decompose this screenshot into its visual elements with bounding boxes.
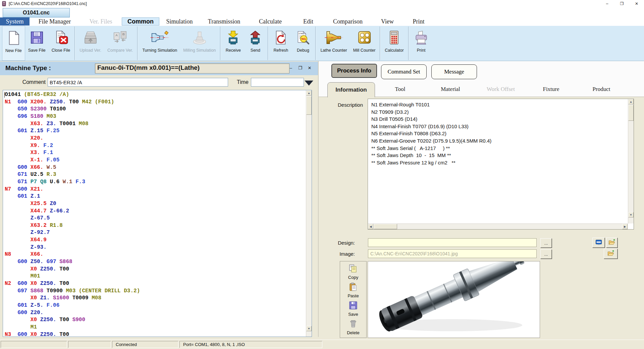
refresh-icon (273, 28, 289, 47)
tab-product[interactable]: Product (576, 82, 627, 97)
message-button[interactable]: Message (431, 64, 477, 79)
menu-item-comparison[interactable]: Comparison (324, 17, 371, 26)
code-line: O1041 (BT45-ER32 /A) (5, 91, 140, 99)
command-set-button[interactable]: Command Set (381, 64, 427, 79)
toolbar-button-label: New File (5, 48, 22, 53)
scrollbar-thumb[interactable] (306, 96, 312, 115)
toolbar-button-new-file[interactable]: New File (2, 26, 25, 61)
scroll-down-button[interactable]: ▼ (628, 212, 634, 217)
design-field[interactable] (368, 238, 537, 247)
calculator-icon (386, 28, 402, 47)
toolbar-separator (268, 27, 268, 60)
code-line: X0 Z250. T00 S900 (5, 316, 140, 324)
menu-item-print[interactable]: Print (404, 17, 434, 26)
panel-minimize-button[interactable]: – (286, 64, 295, 71)
scrollbar-thumb[interactable] (374, 224, 397, 229)
process-info-button[interactable]: Process Info (331, 64, 377, 78)
machine-type-value: Fanuc-0i-TD(mm x0.001)==(Lathe) (95, 63, 289, 73)
toolbar-button-lathe-counter[interactable]: Lathe Counter (317, 26, 350, 61)
scroll-down-button[interactable]: ▼ (306, 326, 312, 331)
save-button[interactable]: Save (348, 301, 358, 317)
tab-material[interactable]: Material (425, 82, 476, 97)
menu-item-common[interactable]: Common (122, 17, 159, 26)
toolbar-button-debug[interactable]: CNCNGDebug (292, 26, 314, 61)
save-file-icon (29, 28, 45, 47)
toolbar-button-label: Receive (226, 48, 241, 53)
design-view-button[interactable] (592, 238, 605, 248)
code-line: N7 G00 X21. (5, 186, 140, 193)
comment-label: Comment (17, 79, 46, 85)
toolbar-button-label: Mill Counter (353, 48, 376, 53)
toolbar-button-mill-counter[interactable]: Mill Counter (350, 26, 379, 61)
code-line: G00 Z20. (5, 309, 140, 317)
toolbar-button-save-file[interactable]: Save File (25, 26, 49, 61)
scroll-up-button[interactable]: ▲ (306, 90, 312, 96)
toolbar-button-turning-simulation[interactable]: Turning Simulation (139, 26, 180, 61)
gcode-lines: O1041 (BT45-ER32 /A)N1 G00 X200. Z250. T… (5, 91, 140, 337)
image-folder-button[interactable] (604, 249, 618, 259)
toolbar-button-milling-simulation: Milling Simulation (180, 26, 219, 61)
description-vscrollbar[interactable]: ▲ ▼ (628, 99, 634, 223)
toolbar-button-refresh[interactable]: Refresh (270, 26, 292, 61)
toolbar-button-send[interactable]: Send (244, 26, 266, 61)
comment-row: Comment Time (0, 75, 318, 90)
delete-button[interactable]: Delete (347, 319, 360, 335)
toolbar-button-print[interactable]: Print (410, 26, 432, 61)
comment-dropdown-arrow[interactable] (305, 81, 313, 86)
toolbar-button-calculator[interactable]: Calculator (382, 26, 407, 61)
scrollbar-thumb[interactable] (628, 105, 634, 121)
code-line: X0 Z250. T00 (5, 266, 140, 273)
minimize-button[interactable]: – (600, 0, 614, 7)
editor-scrollbar[interactable]: ▲ ▼ (306, 90, 312, 337)
code-line: G71 P7 Q8 U.6 W.1 F.3 (5, 179, 140, 186)
file-tab-o1041[interactable]: O1041.cnc (3, 8, 70, 17)
toolbar-button-close-file[interactable]: Close File (49, 26, 73, 61)
side-button-label: Copy (348, 275, 358, 280)
status-bar: Connected Port= COM1, 4800, 8, N, 1 ,ISO (0, 340, 644, 349)
restore-button[interactable]: ❐ (614, 0, 629, 7)
image-field[interactable] (368, 249, 537, 258)
menu-item-system[interactable]: System (0, 17, 30, 26)
description-line: N4 Internal-Finish T0707 (D16.9) (D10 L3… (371, 123, 491, 130)
gcode-editor[interactable]: O1041 (BT45-ER32 /A)N1 G00 X200. Z250. T… (3, 90, 312, 337)
tab-tool[interactable]: Tool (375, 82, 425, 97)
code-line: G00 X66. W.5 (5, 164, 140, 171)
menu-item-file-manager[interactable]: File Manager (30, 17, 80, 26)
menu-item-view[interactable]: View (371, 17, 404, 26)
time-input[interactable] (251, 78, 304, 87)
toolbar-button-label: Save File (28, 48, 46, 53)
design-browse-button[interactable]: ... (540, 238, 552, 248)
tab-fixture[interactable]: Fixture (526, 82, 576, 97)
status-connection: Connected (112, 341, 178, 348)
receive-icon (225, 28, 241, 47)
scroll-up-button[interactable]: ▲ (628, 99, 634, 104)
menu-item-edit[interactable]: Edit (292, 17, 324, 26)
menu-item-transmission[interactable]: Transmission (200, 17, 249, 26)
description-line: N6 External-Groove T0202 (D75.9 L9.5)(4.… (371, 137, 491, 145)
tab-work-offset: Work Offset (476, 82, 526, 97)
copy-button[interactable]: Copy (348, 264, 358, 280)
code-line: G01 Z.15 F.25 (5, 128, 140, 135)
menu-item-calculate[interactable]: Calculate (249, 17, 292, 26)
description-box[interactable]: N1 External-Rough T0101N2 T0909 (D3.2)N3… (368, 99, 634, 230)
menu-item-simulation[interactable]: Simulation (159, 17, 200, 26)
panel-restore-button[interactable]: ❐ (296, 64, 305, 71)
scroll-right-button[interactable]: ▶ (622, 224, 628, 229)
panel-close-button[interactable]: ✕ (305, 64, 314, 71)
design-label: Design: (331, 240, 355, 246)
image-browse-button[interactable]: ... (540, 249, 552, 259)
toolbar-button-label: Lathe Counter (320, 48, 347, 53)
toolbar-button-receive[interactable]: Receive (222, 26, 244, 61)
menu-bar: SystemFile ManagerVer. FilesCommonSimula… (0, 17, 644, 26)
tab-information[interactable]: Information (327, 82, 375, 97)
scroll-left-button[interactable]: ◀ (368, 224, 373, 229)
paste-button[interactable]: Paste (347, 282, 359, 298)
design-folder-button[interactable] (606, 238, 618, 248)
close-button[interactable]: ✕ (629, 0, 644, 7)
description-hscrollbar[interactable]: ◀ ▶ (368, 223, 628, 230)
title-bar: [C:\An.CNC-En\CNC2020\F168\O1041.cnc] – … (0, 0, 644, 8)
comment-input[interactable] (48, 78, 228, 87)
code-line: X-1. F.05 (5, 157, 140, 164)
copy-icon (348, 264, 358, 275)
file-tab-strip: O1041.cnc (0, 7, 644, 17)
